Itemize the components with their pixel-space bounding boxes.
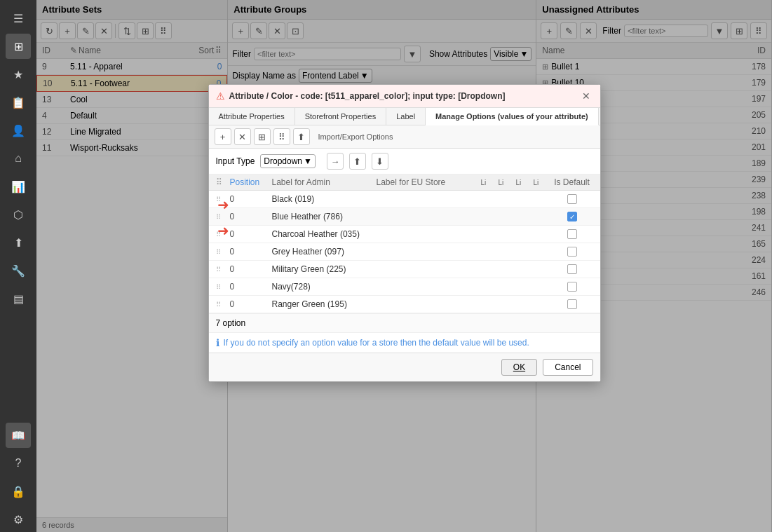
dialog-title: Attribute / Color - code: [t511_apparel_… bbox=[229, 91, 579, 101]
dialog-warning-icon: ⚠ bbox=[216, 90, 225, 102]
dialog-note-row: ℹ If you do not specify an option value … bbox=[209, 332, 600, 353]
default-checkbox-charcoal[interactable] bbox=[567, 229, 577, 239]
question-icon[interactable]: ? bbox=[6, 451, 31, 476]
star-icon[interactable]: ★ bbox=[6, 62, 31, 87]
dialog-tabs: Attribute Properties Storefront Properti… bbox=[209, 108, 600, 125]
import-export-button[interactable]: Import/Export Options bbox=[318, 132, 393, 141]
input-type-select[interactable]: Dropdown▼ bbox=[260, 154, 316, 168]
dialog-buttons: OK Cancel bbox=[209, 353, 600, 381]
ok-button[interactable]: OK bbox=[501, 359, 537, 376]
dialog-options-list: ⠿ ➜ 0 Black (019) ⠿ bbox=[209, 191, 600, 313]
home-icon[interactable]: ⌂ bbox=[6, 146, 31, 171]
sidebar: ☰ ⊞ ★ 📋 👤 ⌂ 📊 ⬡ ⬆ 🔧 ▤ 📖 ? 🔒 ⚙ bbox=[0, 0, 36, 532]
dialog-title-bar: ⚠ Attribute / Color - code: [t511_appare… bbox=[209, 85, 600, 108]
layers-icon[interactable]: ▤ bbox=[6, 286, 31, 311]
option-row-grey-heather[interactable]: ⠿ 0 Grey Heather (097) bbox=[209, 243, 600, 261]
dialog-add-button[interactable]: + bbox=[215, 128, 231, 145]
dialog-table-header: ⠿ Position Label for Admin Label for EU … bbox=[209, 175, 600, 191]
input-type-btn3[interactable]: ⬇ bbox=[372, 153, 388, 170]
options-count-row: 7 option bbox=[209, 313, 600, 332]
dialog-note-text: If you do not specify an option value fo… bbox=[224, 338, 529, 348]
dialog-delete-button[interactable]: ✕ bbox=[234, 128, 251, 145]
wrench-icon[interactable]: 🔧 bbox=[6, 258, 31, 283]
book-icon[interactable]: 📖 bbox=[6, 423, 31, 448]
cancel-button[interactable]: Cancel bbox=[543, 359, 592, 376]
default-checkbox-navy[interactable] bbox=[567, 282, 577, 292]
color-attribute-dialog: ⚠ Attribute / Color - code: [t511_appare… bbox=[208, 84, 601, 382]
grid-icon[interactable]: ⊞ bbox=[6, 34, 31, 59]
default-checkbox-ranger[interactable] bbox=[567, 299, 577, 309]
dialog-arrow-up-button[interactable]: ⬆ bbox=[293, 128, 310, 145]
chart-icon[interactable]: 📊 bbox=[6, 174, 31, 199]
option-row-military-green[interactable]: ⠿ 0 Military Green (225) bbox=[209, 261, 600, 278]
upload-icon[interactable]: ⬆ bbox=[6, 230, 31, 255]
option-row-charcoal[interactable]: ⠿ 0 Charcoal Heather (035) bbox=[209, 226, 600, 243]
puzzle-icon[interactable]: ⬡ bbox=[6, 202, 31, 227]
dialog-toolbar: + ✕ ⊞ ⠿ ⬆ Import/Export Options bbox=[209, 125, 600, 149]
dialog-drag-button[interactable]: ⠿ bbox=[273, 128, 290, 145]
default-checkbox-grey[interactable] bbox=[567, 247, 577, 257]
default-checkbox-military[interactable] bbox=[567, 264, 577, 274]
input-type-row: Input Type Dropdown▼ → ⬆ ⬇ bbox=[209, 149, 600, 175]
input-type-label: Input Type bbox=[216, 156, 255, 166]
tab-manage-options[interactable]: Manage Options (values of your attribute… bbox=[426, 108, 599, 125]
tab-storefront-properties[interactable]: Storefront Properties bbox=[295, 108, 387, 125]
default-checkbox-black[interactable] bbox=[567, 194, 577, 204]
option-row-black[interactable]: ⠿ ➜ 0 Black (019) bbox=[209, 191, 600, 208]
default-checkbox-blue-heather[interactable]: ✓ bbox=[567, 212, 577, 221]
clipboard-icon[interactable]: 📋 bbox=[6, 90, 31, 115]
gear-icon[interactable]: ⚙ bbox=[6, 507, 31, 532]
input-type-btn1[interactable]: → bbox=[327, 153, 344, 170]
dialog-columns-button[interactable]: ⊞ bbox=[254, 128, 271, 145]
input-type-btn2[interactable]: ⬆ bbox=[349, 153, 366, 170]
option-row-navy[interactable]: ⠿ 0 Navy(728) bbox=[209, 278, 600, 296]
dialog-overlay: ⚠ Attribute / Color - code: [t511_appare… bbox=[36, 0, 772, 532]
lock-icon[interactable]: 🔒 bbox=[6, 479, 31, 504]
menu-icon[interactable]: ☰ bbox=[6, 6, 31, 31]
tab-label[interactable]: Label bbox=[386, 108, 426, 125]
info-icon: ℹ bbox=[216, 337, 219, 348]
option-row-ranger-green[interactable]: ⠿ 0 Ranger Green (195) bbox=[209, 296, 600, 313]
options-count: 7 option bbox=[216, 318, 246, 328]
option-row-blue-heather[interactable]: ⠿ ➜ 0 Blue Heather (786) ✓ bbox=[209, 208, 600, 226]
tab-attribute-properties[interactable]: Attribute Properties bbox=[209, 108, 295, 125]
user-icon[interactable]: 👤 bbox=[6, 118, 31, 143]
dialog-close-button[interactable]: ✕ bbox=[579, 89, 593, 103]
panels-container: Attribute Sets ↻ + ✎ ✕ ⇅ ⊞ ⠿ ID ✎Name So… bbox=[36, 0, 772, 532]
